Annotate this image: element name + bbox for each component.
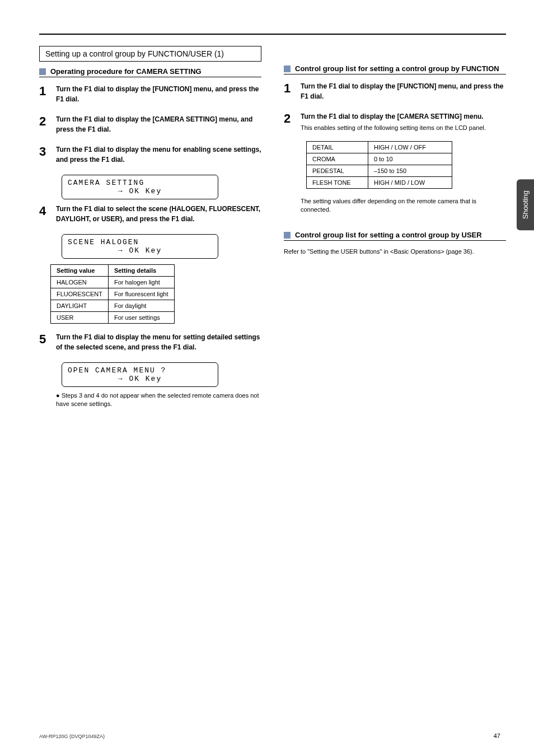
step-number: 1 (284, 81, 295, 103)
table-cell: USER (51, 312, 109, 324)
boxed-heading: Setting up a control group by FUNCTION/U… (39, 46, 261, 62)
step-number: 3 (39, 144, 50, 166)
table-row: DAYLIGHT For daylight (51, 300, 175, 312)
table-cell: DETAIL (307, 141, 368, 153)
lcd-display: SCENE HALOGEN → OK Key (62, 234, 218, 259)
step-4: 4 Turn the F1 dial to select the scene (… (39, 204, 261, 226)
table-row: DETAIL HIGH / LOW / OFF (307, 141, 452, 153)
lcd-line1: OPEN CAMERA MENU ? (68, 366, 212, 375)
table-cell: DAYLIGHT (51, 300, 109, 312)
lcd-line2: → OK Key (68, 375, 212, 383)
step-text: Turn the F1 dial to select the scene (HA… (56, 204, 261, 224)
step-text: Turn the F1 dial to display the menu for… (56, 332, 261, 352)
step-detail: This enables setting of the following se… (301, 123, 506, 133)
page-number: 47 (494, 732, 500, 739)
section-title: Operating procedure for CAMERA SETTING (50, 67, 202, 76)
table-cell: –150 to 150 (368, 165, 452, 176)
table-row: PEDESTAL –150 to 150 (307, 165, 452, 176)
step-number: 5 (39, 332, 50, 354)
lcd-line1: CAMERA SETTING (68, 179, 212, 187)
step-3: 3 Turn the F1 dial to display the menu f… (39, 144, 261, 166)
note: ● Steps 3 and 4 do not appear when the s… (56, 391, 261, 409)
scene-table: Setting value Setting details HALOGEN Fo… (50, 264, 175, 324)
table-cell: CROMA (307, 153, 368, 165)
lcd-line1: SCENE HALOGEN (68, 238, 212, 246)
table-header: Setting value (51, 265, 109, 277)
step-number: 4 (39, 204, 50, 226)
table-cell: For daylight (108, 300, 174, 312)
user-note: Refer to "Setting the USER buttons" in <… (284, 248, 506, 256)
table-note: The setting values differ depending on t… (301, 197, 506, 214)
square-icon (284, 232, 291, 239)
table-cell: For user settings (108, 312, 174, 324)
section-title: Control group list for setting a control… (295, 231, 482, 239)
table-cell: FLUORESCENT (51, 288, 109, 300)
table-cell: For halogen light (108, 277, 174, 288)
footer-text: AW-RP120G (DVQP1049ZA) (39, 734, 105, 739)
table-cell: FLESH TONE (307, 176, 368, 188)
step-text: Turn the F1 dial to display the menu for… (56, 144, 261, 165)
lcd-display: CAMERA SETTING → OK Key (62, 175, 218, 199)
table-row: USER For user settings (51, 312, 175, 324)
step-1: 1 Turn the F1 dial to display the [FUNCT… (39, 84, 261, 106)
step-text: Turn the F1 dial to display the [CAMERA … (301, 111, 506, 122)
table-cell: HIGH / MID / LOW (368, 176, 452, 188)
table-cell: For fluorescent light (108, 288, 174, 300)
left-column: Setting up a control group by FUNCTION/U… (39, 46, 261, 409)
lcd-line2: → OK Key (68, 246, 212, 255)
step-2: 2 Turn the F1 dial to display the [CAMER… (284, 111, 506, 133)
section-header: Control group list for setting a control… (284, 231, 506, 241)
section-header: Control group list for setting a control… (284, 64, 506, 74)
table-cell: 0 to 10 (368, 153, 452, 165)
table-row: FLUORESCENT For fluorescent light (51, 288, 175, 300)
section-title: Control group list for setting a control… (295, 64, 499, 73)
square-icon (39, 68, 46, 75)
table-header: Setting details (108, 265, 174, 277)
section-header: Operating procedure for CAMERA SETTING (39, 67, 261, 77)
table-row: FLESH TONE HIGH / MID / LOW (307, 176, 452, 188)
table-cell: HALOGEN (51, 277, 109, 288)
step-text: Turn the F1 dial to display the [FUNCTIO… (56, 84, 261, 104)
step-number: 2 (39, 114, 50, 136)
step-1: 1 Turn the F1 dial to display the [FUNCT… (284, 81, 506, 103)
setting-table: DETAIL HIGH / LOW / OFF CROMA 0 to 10 PE… (306, 141, 452, 189)
step-text: Turn the F1 dial to display the [FUNCTIO… (301, 81, 506, 101)
right-column: Control group list for setting a control… (284, 46, 506, 409)
table-row: HALOGEN For halogen light (51, 277, 175, 288)
step-number: 2 (284, 111, 295, 133)
step-text: Turn the F1 dial to display the [CAMERA … (56, 114, 261, 134)
table-row: CROMA 0 to 10 (307, 153, 452, 165)
lcd-line2: → OK Key (68, 187, 212, 195)
side-tab-label: Shooting (521, 190, 530, 219)
step-5: 5 Turn the F1 dial to display the menu f… (39, 332, 261, 354)
side-tab: Shooting (517, 179, 534, 230)
step-2: 2 Turn the F1 dial to display the [CAMER… (39, 114, 261, 136)
square-icon (284, 66, 291, 72)
table-cell: HIGH / LOW / OFF (368, 141, 452, 153)
step-number: 1 (39, 84, 50, 106)
lcd-display: OPEN CAMERA MENU ? → OK Key (62, 362, 218, 387)
table-cell: PEDESTAL (307, 165, 368, 176)
